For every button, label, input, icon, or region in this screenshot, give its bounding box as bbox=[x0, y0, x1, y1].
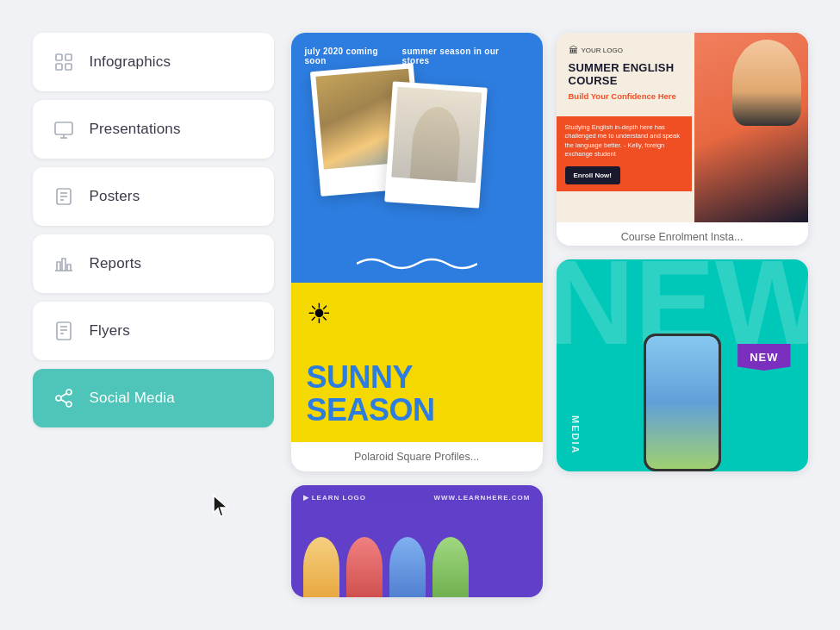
svg-marker-21 bbox=[214, 496, 227, 516]
story-header-right: summer season in our stores bbox=[402, 47, 529, 65]
story-header: july 2020 coming soon summer season in o… bbox=[305, 47, 529, 65]
svg-rect-4 bbox=[55, 122, 72, 134]
learn-top-bar: ▶ LEARN LOGO WWW.LEARNHERE.COM bbox=[291, 485, 543, 510]
story-header-left: july 2020 coming soon bbox=[305, 47, 402, 65]
figure-1 bbox=[303, 537, 339, 597]
learn-website-text: WWW.LEARNHERE.COM bbox=[433, 494, 530, 502]
svg-rect-2 bbox=[56, 64, 62, 70]
course-person-area bbox=[682, 33, 808, 222]
wave-decoration bbox=[357, 255, 477, 276]
svg-point-18 bbox=[66, 402, 72, 407]
sidebar-item-presentations[interactable]: Presentations bbox=[33, 100, 274, 159]
sidebar-item-social-media[interactable]: Social Media bbox=[33, 369, 274, 427]
svg-line-20 bbox=[60, 394, 66, 397]
card-course[interactable]: 🏛 YOUR LOGO Summer ENGLISH COURSE Build … bbox=[557, 33, 808, 246]
phone-screen bbox=[646, 336, 719, 469]
card-learn-here[interactable]: ▶ LEARN LOGO WWW.LEARNHERE.COM bbox=[291, 485, 543, 597]
svg-point-16 bbox=[66, 390, 72, 395]
course-person-image bbox=[682, 33, 808, 222]
story-card-caption: Polaroid Square Profiles... bbox=[291, 442, 543, 471]
infographics-icon bbox=[50, 48, 78, 76]
person-face bbox=[732, 40, 801, 126]
svg-rect-1 bbox=[65, 54, 72, 60]
svg-rect-0 bbox=[56, 54, 62, 60]
svg-point-17 bbox=[56, 396, 61, 401]
svg-rect-12 bbox=[57, 322, 71, 340]
sidebar-item-social-media-label: Social Media bbox=[90, 390, 175, 407]
polaroid-2 bbox=[384, 81, 487, 208]
story-bottom-section: ☀ SUNNY SEASON bbox=[291, 283, 543, 442]
content-grid: july 2020 coming soon summer season in o… bbox=[291, 33, 808, 597]
course-subtitle: Build Your Confidence Here bbox=[569, 91, 683, 102]
course-logo: 🏛 YOUR LOGO bbox=[569, 45, 683, 55]
svg-line-19 bbox=[60, 400, 66, 403]
learn-logo-text: ▶ LEARN LOGO bbox=[303, 494, 367, 502]
presentations-icon bbox=[50, 115, 78, 143]
story-top-section: july 2020 coming soon summer season in o… bbox=[291, 33, 543, 283]
sidebar-item-presentations-label: Presentations bbox=[90, 121, 181, 138]
sidebar-item-infographics-label: Infographics bbox=[90, 53, 171, 71]
card-social-media[interactable]: NEW NEW MEDIA bbox=[557, 259, 808, 472]
sidebar-item-reports[interactable]: Reports bbox=[33, 234, 274, 293]
photo-portrait bbox=[391, 87, 482, 184]
vertical-text: MEDIA bbox=[570, 415, 581, 454]
sidebar-item-reports-label: Reports bbox=[90, 255, 142, 272]
flyers-icon bbox=[50, 317, 78, 345]
card-story[interactable]: july 2020 coming soon summer season in o… bbox=[291, 33, 543, 471]
sidebar-item-posters[interactable]: Posters bbox=[33, 167, 274, 226]
sidebar: Infographics Presentations Posters Repor… bbox=[33, 33, 274, 597]
sidebar-item-posters-label: Posters bbox=[90, 188, 140, 205]
mouse-cursor bbox=[212, 494, 231, 518]
course-logo-text: YOUR LOGO bbox=[582, 47, 623, 54]
enroll-button[interactable]: Enroll Now! bbox=[565, 166, 620, 184]
svg-rect-3 bbox=[65, 64, 72, 70]
figure-3 bbox=[389, 537, 426, 597]
polaroid-container bbox=[307, 67, 527, 240]
course-testimonial: Studying English in-depth here has chall… bbox=[557, 116, 693, 191]
course-title: Summer ENGLISH COURSE bbox=[569, 62, 683, 88]
figure-4 bbox=[432, 537, 469, 597]
new-badge: NEW bbox=[737, 344, 790, 371]
posters-icon bbox=[50, 183, 78, 210]
social-media-icon bbox=[50, 384, 78, 412]
building-icon: 🏛 bbox=[569, 45, 578, 55]
app-container: Infographics Presentations Posters Repor… bbox=[16, 16, 825, 614]
phone-mockup bbox=[644, 334, 721, 471]
reports-icon bbox=[50, 250, 78, 278]
learn-figures bbox=[291, 537, 481, 597]
course-card-caption: Course Enrolment Insta... bbox=[557, 222, 808, 246]
course-visual: 🏛 YOUR LOGO Summer ENGLISH COURSE Build … bbox=[557, 33, 808, 222]
sidebar-item-infographics[interactable]: Infographics bbox=[33, 33, 274, 91]
sidebar-item-flyers-label: Flyers bbox=[90, 322, 130, 340]
testimonial-text: Studying English in-depth here has chall… bbox=[565, 123, 684, 159]
sidebar-item-flyers[interactable]: Flyers bbox=[33, 302, 274, 360]
sun-icon: ☀ bbox=[307, 300, 527, 327]
figure-2 bbox=[346, 537, 383, 597]
sunny-season-title: SUNNY SEASON bbox=[307, 361, 527, 427]
